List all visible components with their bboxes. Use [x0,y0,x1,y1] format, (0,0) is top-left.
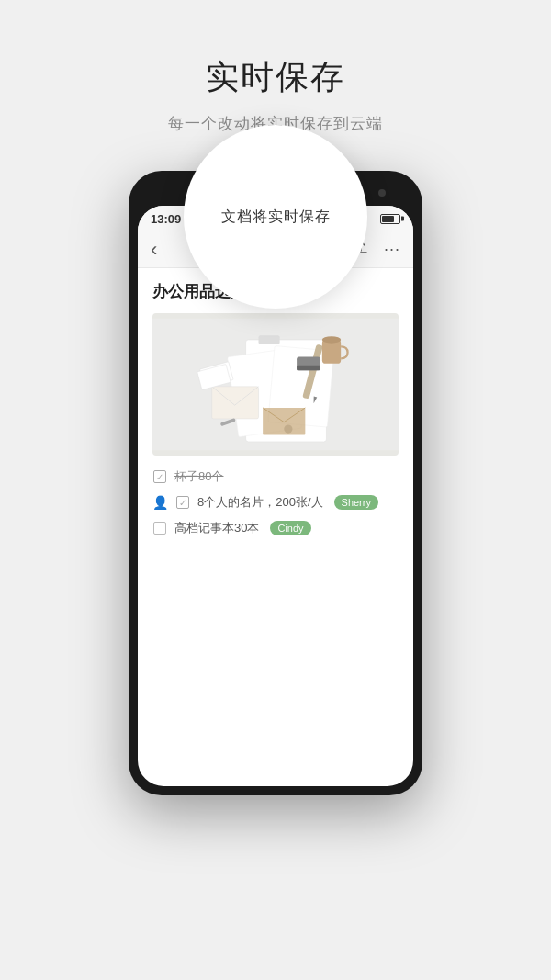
status-icons [380,214,400,224]
checklist-item-3: 高档记事本30本 Cindy [152,520,399,536]
person-icon: 👤 [152,495,168,510]
doc-content: 办公用品选购 [138,268,413,549]
item-text-3: 高档记事本30本 [174,520,259,536]
camera-dot [378,189,386,197]
check-icon-3 [152,521,167,535]
svg-rect-2 [259,335,280,344]
check-icon-2: ✓ [175,495,190,510]
more-button[interactable]: ··· [384,240,400,259]
popup-balloon: 文档将实时保存 [184,125,367,309]
checklist-item-2: 👤 ✓ 8个人的名片，200张/人 Sherry [152,494,399,511]
svg-rect-12 [322,340,341,364]
cindy-tag: Cindy [270,521,310,535]
phone-wrapper: 文档将实时保存 13:09 ‹ [0,171,551,795]
page-title: 实时保存 [0,55,551,100]
checklist: ✓ 杯子80个 👤 ✓ 8个人的名片，200张/人 [152,468,399,536]
svg-rect-11 [297,366,320,371]
product-image [152,313,399,456]
battery-icon [380,214,400,224]
svg-rect-5 [212,387,259,419]
back-button[interactable]: ‹ [151,238,157,262]
status-time: 13:09 [151,212,181,226]
sherry-tag: Sherry [334,495,378,510]
check-icon-1: ✓ [152,469,167,484]
svg-point-13 [322,336,341,343]
item-text-2: 8个人的名片，200张/人 [197,494,323,511]
checklist-item-1: ✓ 杯子80个 [152,468,399,485]
popup-text: 文档将实时保存 [221,208,331,227]
item-text-1: 杯子80个 [174,468,223,485]
